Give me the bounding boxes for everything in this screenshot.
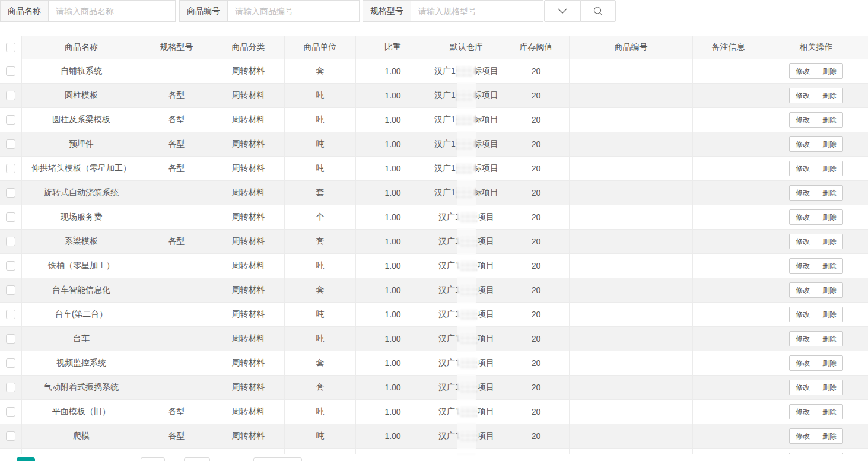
row-checkbox[interactable] bbox=[6, 139, 15, 149]
header-warehouse: 默认仓库 bbox=[430, 36, 503, 59]
delete-button[interactable]: 删除 bbox=[816, 234, 843, 249]
cell-remark bbox=[693, 424, 764, 448]
delete-button[interactable]: 删除 bbox=[816, 258, 843, 274]
search-button[interactable] bbox=[580, 0, 616, 22]
row-checkbox[interactable] bbox=[6, 383, 15, 392]
edit-button[interactable]: 修改 bbox=[789, 258, 816, 274]
cell-category: 周转材料 bbox=[212, 157, 285, 180]
cell-warehouse: 汉广1标项目 bbox=[430, 181, 503, 205]
header-spec-model: 规格型号 bbox=[141, 36, 212, 59]
delete-button[interactable]: 删除 bbox=[816, 331, 843, 346]
edit-button[interactable]: 修改 bbox=[789, 355, 816, 371]
footer-button-2[interactable] bbox=[184, 457, 210, 461]
cell-spec-model: 各型 bbox=[141, 424, 212, 448]
footer-pagination-control[interactable] bbox=[253, 457, 302, 461]
delete-button[interactable]: 删除 bbox=[816, 428, 843, 444]
row-checkbox[interactable] bbox=[6, 285, 15, 295]
spec-model-input[interactable] bbox=[411, 1, 543, 21]
cell-warehouse: 汉广1项目 bbox=[430, 254, 503, 278]
row-checkbox[interactable] bbox=[6, 212, 15, 222]
cell-operations: 修改 删除 bbox=[764, 327, 868, 351]
table-row: 铁桶（零星加工） 周转材料 吨 1.00 汉广1项目 20 修改 删除 bbox=[0, 254, 868, 278]
cell-category: 周转材料 bbox=[212, 254, 285, 278]
cell-spec-model bbox=[141, 449, 212, 454]
cell-product-name bbox=[22, 449, 141, 454]
row-checkbox[interactable] bbox=[6, 115, 15, 125]
edit-button[interactable]: 修改 bbox=[789, 88, 816, 103]
edit-button[interactable]: 修改 bbox=[789, 331, 816, 346]
edit-button[interactable]: 修改 bbox=[789, 161, 816, 176]
cell-product-code bbox=[570, 449, 693, 454]
cell-product-name: 圆柱模板 bbox=[22, 84, 141, 107]
edit-button[interactable]: 修改 bbox=[789, 185, 816, 201]
delete-button[interactable]: 删除 bbox=[816, 161, 843, 176]
edit-button[interactable]: 修改 bbox=[789, 428, 816, 444]
row-checkbox-cell bbox=[0, 59, 22, 83]
cell-warehouse bbox=[430, 449, 503, 454]
row-checkbox[interactable] bbox=[6, 188, 15, 198]
edit-button[interactable]: 修改 bbox=[789, 63, 816, 79]
row-checkbox[interactable] bbox=[6, 407, 15, 417]
cell-product-name: 台车 bbox=[22, 327, 141, 351]
delete-button[interactable]: 删除 bbox=[816, 209, 843, 225]
footer-primary-button[interactable] bbox=[17, 457, 35, 461]
cell-spec-model bbox=[141, 376, 212, 399]
delete-button[interactable]: 删除 bbox=[816, 404, 843, 419]
row-checkbox[interactable] bbox=[6, 91, 15, 100]
row-checkbox[interactable] bbox=[6, 164, 15, 173]
delete-button[interactable]: 删除 bbox=[816, 88, 843, 103]
cell-threshold: 20 bbox=[503, 254, 570, 278]
edit-button[interactable]: 修改 bbox=[789, 209, 816, 225]
spec-model-label: 规格型号 bbox=[363, 1, 411, 21]
cell-weight: 1.00 bbox=[356, 327, 430, 351]
cell-unit: 吨 bbox=[285, 303, 356, 326]
delete-button[interactable]: 删除 bbox=[816, 63, 843, 79]
cell-operations: 修改 删除 bbox=[764, 181, 868, 205]
expand-filters-button[interactable] bbox=[544, 0, 581, 22]
edit-button[interactable]: 修改 bbox=[789, 234, 816, 249]
delete-button[interactable]: 删除 bbox=[816, 380, 843, 395]
delete-button[interactable]: 删除 bbox=[816, 112, 843, 128]
row-checkbox[interactable] bbox=[6, 237, 15, 246]
edit-button[interactable]: 修改 bbox=[789, 380, 816, 395]
row-checkbox[interactable] bbox=[6, 358, 15, 368]
row-checkbox[interactable] bbox=[6, 334, 15, 344]
delete-button[interactable]: 删除 bbox=[816, 355, 843, 371]
edit-button[interactable]: 修改 bbox=[789, 112, 816, 128]
table-row: 系梁模板 各型 周转材料 套 1.00 汉广1项目 20 修改 删除 bbox=[0, 230, 868, 254]
delete-button[interactable]: 删除 bbox=[816, 307, 843, 322]
table-row: 平面模板（旧） 各型 周转材料 吨 1.00 汉广1项目 20 修改 删除 bbox=[0, 400, 868, 424]
edit-button[interactable]: 修改 bbox=[789, 404, 816, 419]
edit-button[interactable]: 修改 bbox=[789, 136, 816, 152]
cell-weight: 1.00 bbox=[356, 278, 430, 302]
cell-warehouse: 汉广1项目 bbox=[430, 205, 503, 229]
delete-button[interactable] bbox=[816, 453, 843, 454]
row-checkbox-cell bbox=[0, 449, 22, 454]
section-divider bbox=[0, 30, 868, 30]
delete-button[interactable]: 删除 bbox=[816, 282, 843, 298]
product-name-input[interactable] bbox=[49, 1, 175, 21]
row-checkbox[interactable] bbox=[6, 431, 15, 441]
edit-button[interactable] bbox=[789, 453, 816, 454]
cell-unit bbox=[285, 449, 356, 454]
row-checkbox[interactable] bbox=[6, 310, 15, 319]
edit-button[interactable]: 修改 bbox=[789, 307, 816, 322]
edit-button[interactable]: 修改 bbox=[789, 282, 816, 298]
row-checkbox[interactable] bbox=[6, 66, 15, 76]
cell-product-code bbox=[570, 327, 693, 351]
cell-remark bbox=[693, 327, 764, 351]
delete-button[interactable]: 删除 bbox=[816, 136, 843, 152]
cell-operations: 修改 删除 bbox=[764, 205, 868, 229]
select-all-checkbox[interactable] bbox=[6, 43, 15, 52]
delete-button[interactable]: 删除 bbox=[816, 185, 843, 201]
cell-weight: 1.00 bbox=[356, 230, 430, 253]
cell-spec-model bbox=[141, 59, 212, 83]
footer-button-1[interactable] bbox=[141, 457, 165, 461]
row-checkbox[interactable] bbox=[6, 261, 15, 271]
row-checkbox-cell bbox=[0, 376, 22, 399]
header-operations: 相关操作 bbox=[764, 36, 868, 59]
table-row: 仰拱堵头模板（零星加工） 各型 周转材料 吨 1.00 汉广1标项目 20 修改… bbox=[0, 157, 868, 181]
product-code-input[interactable] bbox=[228, 1, 359, 21]
cell-category: 周转材料 bbox=[212, 59, 285, 83]
cell-product-code bbox=[570, 59, 693, 83]
